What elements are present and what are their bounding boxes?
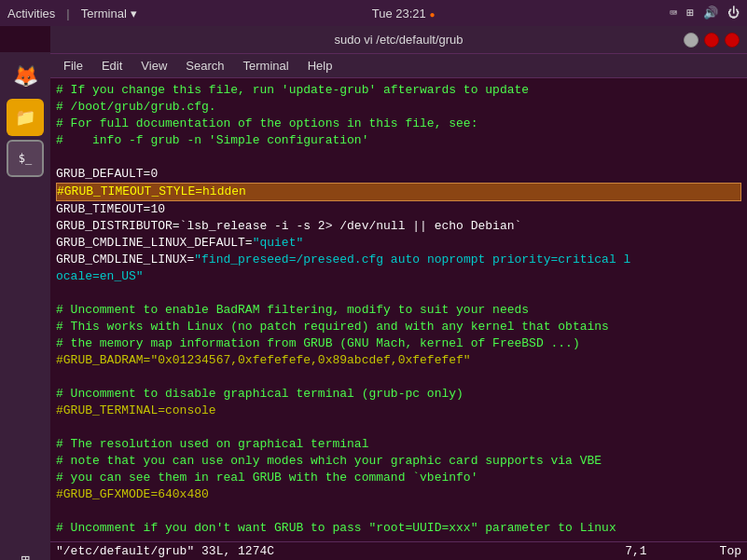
line-2: # /boot/grub/grub.cfg. bbox=[56, 99, 741, 116]
line-18 bbox=[56, 369, 741, 386]
system-top-bar: Activities | Terminal ▾ Tue 23:21 ● ⌨ ⊞ … bbox=[0, 0, 747, 26]
line-24: # you can see them in real GRUB with the… bbox=[56, 470, 741, 486]
window-title: sudo vi /etc/default/grub bbox=[334, 33, 463, 47]
status-position: 7,1 Top bbox=[625, 544, 741, 558]
terminal-icon: $_ bbox=[19, 152, 32, 165]
notification-dot: ● bbox=[429, 9, 435, 20]
volume-icon: 🔊 bbox=[703, 6, 718, 20]
sidebar-icon-apps[interactable]: ⊞ bbox=[7, 541, 44, 560]
line-13 bbox=[56, 285, 741, 302]
menu-bar: File Edit View Search Terminal Help bbox=[50, 54, 747, 78]
line-25: #GRUB_GFXMODE=640x480 bbox=[56, 486, 741, 503]
window-controls bbox=[684, 33, 740, 48]
sidebar-icon-firefox[interactable]: 🦊 bbox=[7, 58, 44, 95]
terminal-label: Terminal bbox=[81, 7, 127, 20]
line-9: GRUB_DISTRIBUTOR=`lsb_release -i -s 2> /… bbox=[56, 218, 741, 235]
status-file-info: "/etc/default/grub" 33L, 1274C bbox=[56, 544, 274, 558]
network-icon: ⊞ bbox=[686, 6, 694, 20]
line-17: #GRUB_BADRAM="0x01234567,0xfefefefe,0x89… bbox=[56, 352, 741, 369]
line-20: #GRUB_TERMINAL=console bbox=[56, 403, 741, 419]
menu-view[interactable]: View bbox=[133, 57, 174, 75]
line-22: # The resolution used on graphical termi… bbox=[56, 436, 741, 453]
line-23: # note that you can use only modes which… bbox=[56, 453, 741, 470]
system-tray: ⌨ ⊞ 🔊 ⏻ bbox=[670, 6, 740, 20]
sidebar-icon-terminal[interactable]: $_ bbox=[7, 140, 44, 177]
line-19: # Uncomment to disable graphical termina… bbox=[56, 386, 741, 403]
line-1: # If you change this file, run 'update-g… bbox=[56, 82, 741, 99]
terminal-chevron-icon: ▾ bbox=[131, 7, 137, 20]
line-5 bbox=[56, 149, 741, 166]
menu-file[interactable]: File bbox=[56, 57, 90, 75]
firefox-icon: 🦊 bbox=[13, 64, 38, 89]
line-14: # Uncomment to enable BadRAM filtering, … bbox=[56, 302, 741, 319]
maximize-button[interactable] bbox=[704, 33, 719, 48]
line-26 bbox=[56, 503, 741, 520]
clock: Tue 23:21 ● bbox=[372, 7, 436, 20]
window-title-bar: sudo vi /etc/default/grub bbox=[50, 26, 747, 54]
content-area: sudo vi /etc/default/grub File Edit View… bbox=[50, 26, 747, 560]
line-12: ocale=en_US" bbox=[56, 268, 741, 285]
keyboard-icon: ⌨ bbox=[670, 6, 677, 20]
files-icon: 📁 bbox=[15, 107, 35, 128]
line-7-highlighted: #GRUB_TIMEOUT_STYLE=hidden bbox=[56, 183, 741, 201]
line-27: # Uncomment if you don't want GRUB to pa… bbox=[56, 520, 741, 537]
close-button[interactable] bbox=[725, 33, 740, 48]
line-16: # the memory map information from GRUB (… bbox=[56, 335, 741, 352]
menu-terminal[interactable]: Terminal bbox=[236, 57, 297, 75]
apps-grid-icon: ⊞ bbox=[21, 551, 30, 560]
line-10: GRUB_CMDLINE_LINUX_DEFAULT="quiet" bbox=[56, 235, 741, 252]
status-bar: "/etc/default/grub" 33L, 1274C 7,1 Top bbox=[50, 541, 747, 560]
menu-search[interactable]: Search bbox=[178, 57, 231, 75]
menu-help[interactable]: Help bbox=[300, 57, 340, 75]
line-3: # For full documentation of the options … bbox=[56, 116, 741, 132]
menu-edit[interactable]: Edit bbox=[94, 57, 130, 75]
power-icon: ⏻ bbox=[727, 7, 740, 20]
activities-button[interactable]: Activities bbox=[7, 7, 55, 20]
line-8: GRUB_TIMEOUT=10 bbox=[56, 201, 741, 218]
line-6: GRUB_DEFAULT=0 bbox=[56, 166, 741, 183]
line-11: GRUB_CMDLINE_LINUX="find_preseed=/presee… bbox=[56, 252, 741, 268]
minimize-button[interactable] bbox=[684, 33, 699, 48]
line-15: # This works with Linux (no patch requir… bbox=[56, 319, 741, 335]
terminal-content[interactable]: # If you change this file, run 'update-g… bbox=[50, 78, 747, 541]
line-21 bbox=[56, 419, 741, 436]
sidebar-icon-files[interactable]: 📁 bbox=[7, 99, 44, 136]
sidebar: 🦊 📁 $_ ⊞ bbox=[0, 52, 50, 560]
line-4: # info -f grub -n 'Simple configuration' bbox=[56, 132, 741, 149]
main-layout: 🦊 📁 $_ ⊞ sudo vi /etc/default/grub File … bbox=[0, 26, 747, 560]
terminal-menu-button[interactable]: Terminal ▾ bbox=[81, 7, 137, 20]
